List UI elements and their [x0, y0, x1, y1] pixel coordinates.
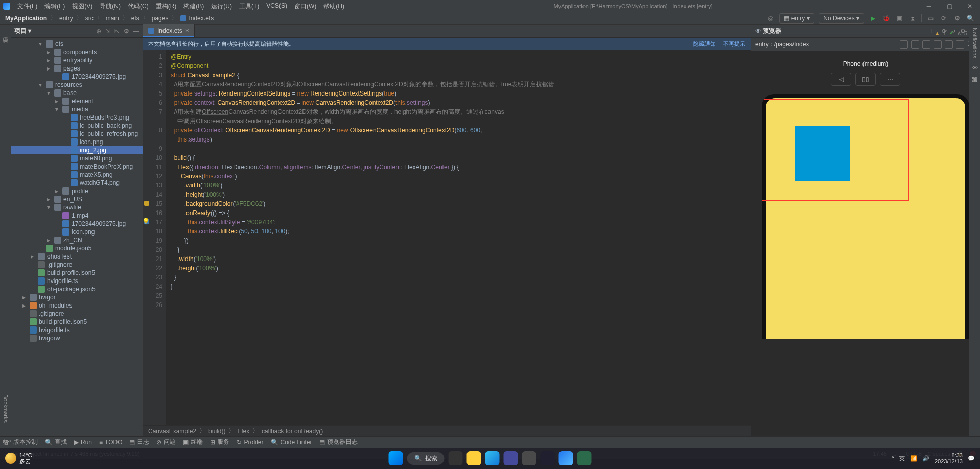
tree-node[interactable]: ▸oh_modules — [11, 301, 143, 310]
tree-node[interactable]: oh-package.json5 — [11, 285, 143, 293]
tree-node[interactable]: mateX5.png — [11, 171, 143, 179]
bottom-problems[interactable]: ⊘问题 — [156, 438, 176, 447]
menu-view[interactable]: 视图(V) — [69, 2, 96, 11]
collapse-all-icon[interactable]: ⇱ — [114, 28, 120, 35]
menu-code[interactable]: 代码(C) — [125, 2, 152, 11]
tray-clock[interactable]: 8:33 2023/12/13 — [935, 452, 963, 464]
tree-node[interactable]: .gitignore — [11, 310, 143, 318]
tree-node[interactable]: .gitignore — [11, 261, 143, 269]
device-more-button[interactable]: ⋯ — [880, 73, 900, 86]
window-maximize-button[interactable]: ▢ — [939, 0, 960, 12]
tree-node[interactable]: ▸entryability — [11, 56, 143, 64]
tree-node[interactable]: hvigorw — [11, 334, 143, 342]
breadcrumb-pages[interactable]: pages — [152, 15, 169, 22]
structure-stripe-button[interactable]: 结构 — [2, 429, 9, 436]
menu-refactor[interactable]: 重构(R) — [153, 2, 180, 11]
project-title[interactable]: 项目 ▾ — [14, 27, 31, 35]
bottom-terminal[interactable]: ▣终端 — [183, 438, 203, 447]
vscode-icon[interactable] — [541, 451, 555, 465]
breadcrumb-main[interactable]: main — [106, 15, 119, 22]
tree-node[interactable]: watchGT4.png — [11, 179, 143, 187]
code-content[interactable]: @Entry@Componentstruct CanvasExample2 { … — [166, 50, 751, 425]
device-foldable-button[interactable]: ▯▯ — [855, 73, 876, 86]
expand-all-icon[interactable]: ⇲ — [105, 28, 110, 35]
color-mode-icon[interactable] — [900, 40, 908, 49]
bottom-find[interactable]: 🔍查找 — [45, 438, 67, 447]
tray-ime[interactable]: 英 — [899, 455, 905, 462]
bottom-todo[interactable]: ≡TODO — [99, 439, 122, 446]
breadcrumb-ets[interactable]: ets — [131, 15, 139, 22]
editor-tabs[interactable]: Index.ets × — [143, 25, 751, 38]
project-stripe-button[interactable]: 项目 — [2, 28, 9, 35]
tree-node[interactable]: ▾resources — [11, 81, 143, 89]
tree-node[interactable]: mateBookProX.png — [11, 162, 143, 171]
run-config-dropdown[interactable]: ▦ entry ▾ — [779, 13, 815, 24]
breadcrumb-file[interactable]: Index.ets — [189, 15, 214, 22]
taskbar-weather[interactable]: 14°C 多云 — [5, 452, 32, 464]
tree-node[interactable]: module.json5 — [11, 244, 143, 252]
editor-tab-index[interactable]: Index.ets × — [143, 24, 195, 37]
tree-node[interactable]: ▾media — [11, 105, 143, 113]
tree-node[interactable]: hvigorfile.ts — [11, 277, 143, 285]
main-menu[interactable]: 文件(F) 编辑(E) 视图(V) 导航(N) 代码(C) 重构(R) 构建(B… — [14, 2, 347, 11]
breadcrumb-root[interactable]: MyApplication — [5, 15, 47, 22]
menu-run[interactable]: 运行(U) — [208, 2, 235, 11]
tray-volume-icon[interactable]: 🔊 — [922, 455, 929, 462]
tray-wifi-icon[interactable]: 📶 — [910, 455, 917, 462]
tree-node[interactable]: ▸profile — [11, 187, 143, 195]
previewer-stripe-button[interactable]: 👁 预览器 — [971, 65, 978, 74]
bottom-log[interactable]: ▤日志 — [129, 438, 149, 447]
tree-node[interactable]: ▸pages — [11, 64, 143, 73]
bottom-services[interactable]: ⊞服务 — [210, 438, 229, 447]
tree-node[interactable]: ▾rawfile — [11, 203, 143, 212]
crumb-flex[interactable]: Flex — [238, 428, 249, 435]
window-close-button[interactable]: ✕ — [960, 0, 980, 12]
tree-node[interactable]: 1702344909275.jpg — [11, 73, 143, 81]
tree-node[interactable]: 1702344909275.jpg — [11, 220, 143, 228]
bottom-run[interactable]: ▶Run — [74, 439, 92, 446]
notifications-stripe-button[interactable]: Notifications — [972, 28, 978, 60]
settings-icon[interactable]: ⚙ — [952, 14, 962, 23]
fit-icon[interactable] — [922, 40, 930, 49]
menu-navigate[interactable]: 导航(N) — [97, 2, 124, 11]
menu-build[interactable]: 构建(B) — [180, 2, 207, 11]
bottom-profiler[interactable]: ↻Profiler — [237, 439, 263, 446]
grid-icon[interactable] — [911, 40, 919, 49]
device-manager-icon[interactable]: ▭ — [926, 14, 935, 23]
devices-dropdown[interactable]: No Devices ▾ — [819, 13, 864, 24]
device-back-button[interactable]: ◁ — [831, 73, 851, 86]
inspect-icon[interactable] — [945, 40, 953, 49]
intention-bulb-icon[interactable]: 💡 — [142, 218, 150, 225]
sync-icon[interactable]: ⟳ — [939, 14, 948, 23]
tree-node[interactable]: ic_public_back.png — [11, 122, 143, 130]
project-tree[interactable]: ▾ets▸components▸entryability▸pages 17023… — [11, 38, 143, 436]
tree-node[interactable]: ▸zh_CN — [11, 236, 143, 244]
system-tray[interactable]: ^ 英 📶 🔊 8:33 2023/12/13 💬 — [892, 452, 975, 464]
run-button[interactable]: ▶ — [868, 14, 877, 23]
target-icon[interactable]: ◎ — [766, 14, 775, 23]
taskbar-search[interactable]: 🔍 搜索 — [407, 452, 445, 465]
tree-node[interactable]: ▸ohosTest — [11, 252, 143, 261]
tree-node[interactable]: ▾base — [11, 89, 143, 97]
tree-node[interactable]: img_2.jpg — [11, 146, 143, 154]
tree-node[interactable]: icon.png — [11, 138, 143, 146]
tree-node[interactable]: ▸en_US — [11, 195, 143, 203]
breadcrumb-entry[interactable]: entry — [59, 15, 73, 22]
breadcrumb[interactable]: MyApplication 〉 entry 〉 src 〉 main 〉 ets… — [5, 14, 214, 22]
select-opened-icon[interactable]: ⊕ — [96, 28, 101, 35]
bottom-codelinter[interactable]: 🔍Code Linter — [271, 439, 312, 446]
menu-help[interactable]: 帮助(H) — [320, 2, 347, 11]
explorer-icon[interactable] — [467, 451, 481, 465]
tree-node[interactable]: build-profile.json5 — [11, 318, 143, 326]
search-icon[interactable]: 🔍 — [966, 14, 975, 23]
zoom-icon[interactable] — [934, 40, 942, 49]
tree-node[interactable]: ▸element — [11, 97, 143, 105]
store-icon[interactable] — [504, 451, 518, 465]
start-button[interactable] — [389, 451, 403, 465]
window-minimize-button[interactable]: ─ — [919, 0, 939, 12]
menu-vcs[interactable]: VCS(S) — [263, 2, 290, 11]
taskview-icon[interactable] — [449, 451, 463, 465]
tree-node[interactable]: ▸components — [11, 48, 143, 56]
tree-node[interactable]: ic_public_refresh.png — [11, 130, 143, 138]
datagrip-icon[interactable] — [577, 451, 592, 465]
